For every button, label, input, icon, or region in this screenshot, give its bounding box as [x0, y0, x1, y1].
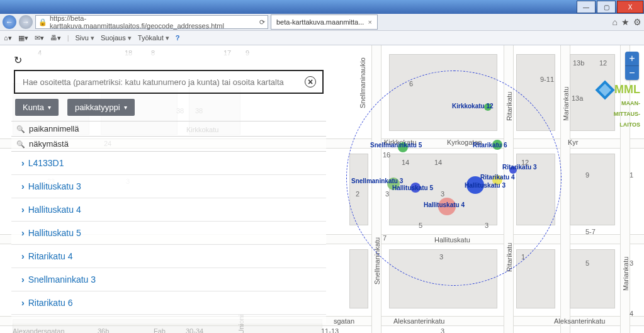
home-small-icon[interactable]: ⌂▾ — [4, 34, 12, 42]
house-number: 13b — [573, 59, 584, 67]
geocode-point-label: Snellmaninkatu 3 — [351, 178, 403, 184]
search-result-item[interactable]: Hallituskatu 3 — [11, 175, 326, 198]
geocode-point-label: Ritarikatu 4 — [480, 174, 514, 181]
search-panel: ↻ × Kunta paikkatyyppi paikannimellä näk… — [11, 53, 326, 324]
nav-forward-button[interactable]: → — [19, 15, 33, 29]
building-block — [570, 249, 615, 308]
street-label: Aleksanterinkatu — [393, 317, 444, 325]
window-close[interactable]: X — [617, 1, 643, 13]
panel-refresh-icon[interactable]: ↻ — [11, 53, 25, 67]
clear-search-icon[interactable]: × — [305, 76, 316, 87]
browser-tools: ⌂ ★ ⚙ — [613, 17, 641, 27]
house-number: 5 — [585, 259, 589, 267]
search-result-item[interactable]: L4133D1 — [11, 152, 326, 175]
help-icon[interactable]: ? — [176, 34, 180, 42]
search-result-item[interactable]: Hallituskatu 5 — [11, 222, 326, 245]
house-number: 5-7 — [585, 228, 596, 235]
feeds-icon[interactable]: ▦▾ — [18, 34, 28, 42]
search-result-item[interactable]: Ritarikatu 4 — [11, 245, 326, 268]
geocode-point-label: Hallituskatu 3 — [465, 182, 506, 189]
reload-icon[interactable]: ⟳ — [259, 18, 265, 26]
street-label: Mariankatu — [622, 257, 630, 291]
browser-address-bar: ← → 🔒 https://beta-karttakuva.maanmittau… — [0, 14, 644, 31]
building-block — [570, 154, 615, 225]
street-label: Aleksanterinkatu — [554, 317, 605, 325]
mml-logo: MML MAAN- MITTAUS- LAITOS — [598, 83, 640, 129]
house-number: 30-34 — [186, 327, 203, 333]
geocode-point-label: Kirkkokatu 12 — [452, 103, 494, 110]
search-result-item[interactable]: Ritarikatu 6 — [11, 291, 326, 315]
tab-title: beta-karttakuva.maanmitta... — [276, 18, 364, 26]
search-result-item[interactable]: Snellmaninkatu 3 — [11, 268, 326, 291]
street-label: Mariankatu — [562, 87, 570, 121]
print-icon[interactable]: 🖶▾ — [50, 34, 61, 42]
zoom-out-button[interactable]: − — [625, 66, 639, 80]
browser-tab[interactable]: beta-karttakuva.maanmitta... × — [271, 14, 378, 30]
geocode-point-label: Snellmaninkatu 5 — [370, 142, 422, 149]
geocode-point-label: Hallituskatu 5 — [392, 184, 433, 191]
house-number: 36b — [98, 327, 109, 333]
geocode-point-label: Ritarikatu 3 — [502, 164, 536, 171]
street-label: Snellmaninaukio — [359, 57, 366, 108]
house-number: 1 — [630, 171, 633, 179]
house-number: 13a — [572, 94, 583, 102]
window-minimize[interactable]: — — [577, 1, 596, 13]
url-text: https://beta-karttakuva.maanmittauslaito… — [50, 14, 257, 30]
mml-diamond-icon — [595, 80, 614, 99]
filter-by-placename[interactable]: paikannimellä — [11, 121, 326, 136]
house-number: 3 — [441, 327, 444, 333]
geocode-point-label: Ritarikatu 6 — [473, 142, 507, 149]
street-label: Alexandersgatan — [13, 327, 65, 333]
house-number: 3 — [630, 259, 633, 267]
window-maximize[interactable]: ▢ — [597, 1, 616, 13]
building-block — [349, 249, 368, 308]
zoom-in-button[interactable]: + — [625, 52, 639, 66]
settings-gear-icon[interactable]: ⚙ — [633, 17, 641, 27]
menu-page[interactable]: Sivu — [76, 34, 94, 42]
house-number: 11-13 — [321, 327, 339, 333]
ie-command-bar: ⌂▾ ▦▾ ✉▾ 🖶▾ | Sivu Suojaus Työkalut ? — [0, 31, 644, 45]
house-number: 4 — [630, 310, 633, 317]
street-label: Fab — [154, 327, 166, 333]
filter-paikkatyyppi-dropdown[interactable]: paikkatyyppi — [67, 99, 135, 116]
address-search-input[interactable] — [21, 77, 305, 87]
geocode-point-label: Hallituskatu 4 — [424, 201, 465, 208]
menu-tools[interactable]: Työkalut — [138, 34, 169, 42]
street-label: Kyr — [568, 138, 579, 146]
search-icon — [16, 139, 25, 149]
search-icon — [16, 124, 25, 133]
search-result-item[interactable]: Hallituskatu 4 — [11, 198, 326, 222]
address-search-box: × — [14, 70, 324, 94]
filter-kunta-dropdown[interactable]: Kunta — [15, 99, 59, 116]
filter-by-view[interactable]: näkymästä — [11, 136, 326, 151]
street-label: sgatan — [334, 317, 354, 325]
nav-back-button[interactable]: ← — [3, 15, 16, 29]
url-field[interactable]: 🔒 https://beta-karttakuva.maanmittauslai… — [35, 15, 268, 29]
house-number: 9 — [585, 171, 589, 179]
search-results-list: L4133D1Hallituskatu 3Hallituskatu 4Halli… — [11, 151, 326, 315]
tab-close-icon[interactable]: × — [368, 18, 371, 26]
house-number: 9-11 — [540, 76, 554, 83]
house-number: 12 — [599, 59, 607, 67]
favorites-icon[interactable]: ★ — [621, 17, 630, 27]
window-titlebar: — ▢ X — [0, 0, 644, 14]
lock-icon: 🔒 — [38, 18, 47, 26]
home-icon[interactable]: ⌂ — [613, 17, 618, 27]
zoom-control: + − — [625, 52, 639, 80]
mail-icon[interactable]: ✉▾ — [35, 34, 44, 42]
map-canvas[interactable]: Kirkkokatu Kirkkokatu Kyrkogatan Kyr Hal… — [0, 45, 644, 333]
menu-security[interactable]: Suojaus — [101, 34, 132, 42]
